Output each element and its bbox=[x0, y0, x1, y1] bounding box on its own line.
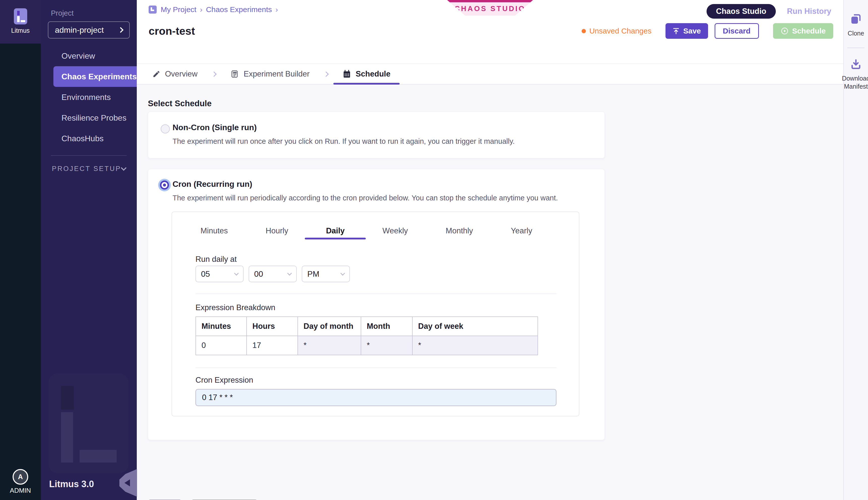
clone-button[interactable]: Clone bbox=[848, 13, 864, 37]
user-block: A ADMIN bbox=[0, 469, 41, 500]
value-minutes: 0 bbox=[196, 336, 247, 355]
tab-schedule[interactable]: Schedule bbox=[342, 64, 391, 84]
meridiem-select[interactable]: PM bbox=[302, 265, 350, 282]
top-header: My Project › Chaos Experiments › CHAOS S… bbox=[137, 0, 843, 64]
run-daily-at-label: Run daily at bbox=[195, 255, 237, 264]
col-minutes: Minutes bbox=[196, 317, 247, 336]
schedule-content: Select Schedule Non-Cron (Single run) Th… bbox=[137, 84, 843, 500]
breadcrumb-separator: › bbox=[275, 5, 278, 14]
sidebar-divider bbox=[51, 155, 127, 156]
cron-title: Cron (Recurring run) bbox=[172, 180, 252, 189]
cron-tab-daily[interactable]: Daily bbox=[326, 222, 345, 239]
run-history-link[interactable]: Run History bbox=[787, 7, 831, 16]
sidebar-rail: Litmus A ADMIN bbox=[0, 0, 41, 500]
col-day-of-week: Day of week bbox=[412, 317, 538, 336]
value-hours: 17 bbox=[247, 336, 298, 355]
project-select-value: admin-project bbox=[55, 25, 104, 35]
header-actions: Unsaved Changes Save Discard Schedule bbox=[582, 23, 833, 39]
value-day-of-week: * bbox=[412, 336, 538, 355]
cron-radio[interactable] bbox=[160, 181, 169, 190]
clone-label: Clone bbox=[848, 29, 864, 37]
main-area: My Project › Chaos Experiments › CHAOS S… bbox=[137, 0, 843, 500]
app: Litmus A ADMIN Project admin-project Ove… bbox=[0, 0, 868, 500]
chevron-down-icon bbox=[287, 271, 292, 275]
brand-block: Litmus bbox=[0, 0, 41, 44]
save-button[interactable]: Save bbox=[665, 23, 708, 39]
view-switcher: Chaos Studio Run History bbox=[707, 4, 831, 19]
breadcrumb-separator: › bbox=[200, 5, 203, 14]
project-setup-toggle[interactable]: PROJECT SETUP bbox=[41, 162, 137, 175]
title-row: cron-test Unsaved Changes Save Discard bbox=[149, 23, 833, 39]
project-label: Project bbox=[51, 9, 137, 18]
time-selects: 05 00 PM bbox=[195, 265, 350, 282]
col-hours: Hours bbox=[247, 317, 298, 336]
cron-description: The experiment will run periodically acc… bbox=[172, 194, 558, 202]
divider bbox=[195, 294, 556, 294]
expression-breakdown-table: Minutes Hours Day of month Month Day of … bbox=[195, 317, 538, 355]
project-select[interactable]: admin-project bbox=[48, 21, 130, 38]
avatar[interactable]: A bbox=[13, 469, 28, 485]
non-cron-description: The experiment will run once after you c… bbox=[172, 137, 515, 146]
sidebar-item-overview[interactable]: Overview bbox=[41, 46, 137, 66]
sidebar-nav: Overview Chaos Experiments Environments … bbox=[41, 46, 137, 149]
sidebar-item-environments[interactable]: Environments bbox=[41, 87, 137, 107]
tab-overview[interactable]: Overview bbox=[153, 64, 198, 84]
breadcrumb-my-project[interactable]: My Project bbox=[161, 5, 196, 14]
chevron-down-icon bbox=[340, 271, 345, 275]
value-month: * bbox=[361, 336, 412, 355]
clone-icon bbox=[850, 13, 862, 25]
non-cron-option-card[interactable]: Non-Cron (Single run) The experiment wil… bbox=[148, 112, 605, 158]
minute-select[interactable]: 00 bbox=[249, 265, 297, 282]
breadcrumb-logo-icon bbox=[149, 5, 157, 14]
divider bbox=[195, 367, 556, 368]
cron-tab-yearly[interactable]: Yearly bbox=[511, 222, 532, 239]
sidebar-item-chaos-experiments[interactable]: Chaos Experiments bbox=[53, 66, 137, 87]
hour-select[interactable]: 05 bbox=[195, 265, 244, 282]
version-label: Litmus 3.0 bbox=[49, 479, 94, 489]
download-manifest-label: Download Manifest bbox=[842, 74, 868, 91]
chaos-studio-pill[interactable]: Chaos Studio bbox=[707, 4, 776, 19]
admin-label: ADMIN bbox=[10, 487, 31, 495]
non-cron-title: Non-Cron (Single run) bbox=[172, 123, 257, 132]
cron-tab-weekly[interactable]: Weekly bbox=[382, 222, 408, 239]
chevron-down-icon bbox=[234, 271, 238, 275]
calendar-icon bbox=[342, 70, 351, 78]
cron-expression-label: Cron Expression bbox=[195, 376, 253, 385]
cron-tab-hourly[interactable]: Hourly bbox=[266, 222, 289, 239]
cron-tab-monthly[interactable]: Monthly bbox=[446, 222, 473, 239]
page-title: cron-test bbox=[149, 25, 195, 37]
cron-tab-minutes[interactable]: Minutes bbox=[201, 222, 228, 239]
chevron-right-icon bbox=[324, 71, 329, 77]
save-pin-icon bbox=[673, 27, 679, 34]
experiment-builder-icon bbox=[230, 70, 239, 78]
cron-frequency-tabs: Minutes Hourly Daily Weekly Monthly Year… bbox=[172, 212, 579, 239]
col-day-of-month: Day of month bbox=[298, 317, 361, 336]
breadcrumb-chaos-experiments[interactable]: Chaos Experiments bbox=[206, 5, 272, 14]
sidebar-item-resilience-probes[interactable]: Resilience Probes bbox=[41, 107, 137, 128]
discard-button[interactable]: Discard bbox=[714, 23, 759, 39]
table-row: 0 17 * * * bbox=[196, 336, 538, 355]
brand-name: Litmus bbox=[11, 27, 30, 34]
cron-option-card: Cron (Recurring run) The experiment will… bbox=[148, 169, 605, 440]
unsaved-dot-icon bbox=[582, 29, 586, 33]
download-icon bbox=[850, 58, 862, 70]
workflow-tabs: Overview Experiment Builder Schedule bbox=[137, 64, 843, 84]
col-month: Month bbox=[361, 317, 412, 336]
tab-experiment-builder[interactable]: Experiment Builder bbox=[230, 64, 309, 84]
toolbar-divider bbox=[847, 48, 865, 48]
schedule-button[interactable]: Schedule bbox=[773, 23, 833, 39]
sidebar-item-chaoshubs[interactable]: ChaosHubs bbox=[41, 128, 137, 149]
play-circle-icon bbox=[781, 27, 789, 35]
sidebar-main: Project admin-project Overview Chaos Exp… bbox=[41, 0, 137, 500]
value-day-of-month: * bbox=[298, 336, 361, 355]
cron-settings-panel: Minutes Hourly Daily Weekly Monthly Year… bbox=[171, 212, 579, 417]
non-cron-radio[interactable] bbox=[161, 124, 170, 134]
cron-expression-input[interactable] bbox=[195, 389, 556, 406]
section-title: Select Schedule bbox=[148, 99, 212, 108]
right-toolbar: Clone Download Manifest bbox=[843, 0, 868, 500]
download-manifest-button[interactable]: Download Manifest bbox=[842, 58, 868, 91]
unsaved-changes-badge: Unsaved Changes bbox=[582, 27, 652, 35]
chevron-down-icon bbox=[121, 165, 127, 171]
expression-breakdown-label: Expression Breakdown bbox=[195, 303, 275, 312]
litmus-logo-icon bbox=[14, 8, 27, 24]
